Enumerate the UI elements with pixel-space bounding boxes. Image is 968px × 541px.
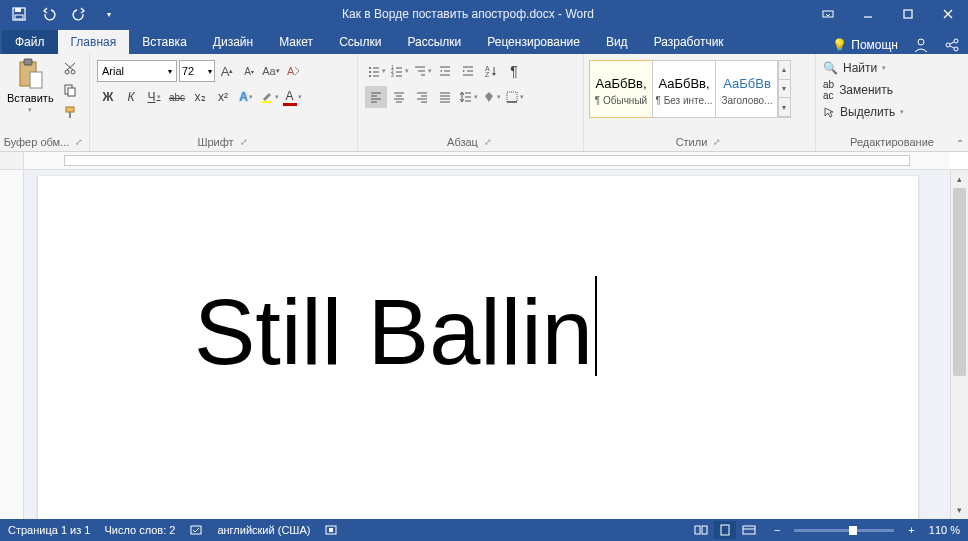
- text-cursor: [595, 276, 597, 376]
- format-painter-icon[interactable]: [60, 102, 80, 122]
- bullets-icon[interactable]: ▾: [365, 60, 387, 82]
- shading-icon[interactable]: ▾: [480, 86, 502, 108]
- borders-icon[interactable]: ▾: [503, 86, 525, 108]
- font-color-icon[interactable]: A▾: [281, 86, 303, 108]
- page-viewport[interactable]: Still Ballin: [24, 170, 950, 519]
- find-button[interactable]: 🔍Найти▾: [823, 58, 904, 78]
- group-clipboard: Вставить ▾ Буфер обм...⤢: [0, 54, 90, 151]
- ribbon-opts-icon[interactable]: [808, 2, 848, 26]
- paste-label: Вставить: [7, 92, 54, 104]
- tab-references[interactable]: Ссылки: [326, 30, 394, 54]
- align-right-icon[interactable]: [411, 86, 433, 108]
- save-icon[interactable]: [6, 2, 32, 26]
- group-editing: 🔍Найти▾ abacЗаменить Выделить▾ Редактиро…: [816, 54, 968, 151]
- highlight-icon[interactable]: ▾: [258, 86, 280, 108]
- print-layout-icon[interactable]: [714, 521, 736, 539]
- tab-insert[interactable]: Вставка: [129, 30, 200, 54]
- document-text[interactable]: Still Ballin: [194, 281, 593, 383]
- undo-icon[interactable]: [36, 2, 62, 26]
- zoom-slider[interactable]: [794, 529, 894, 532]
- numbering-icon[interactable]: 123▾: [388, 60, 410, 82]
- tab-view[interactable]: Вид: [593, 30, 641, 54]
- underline-button[interactable]: Ч▾: [143, 86, 165, 108]
- minimize-icon[interactable]: [848, 2, 888, 26]
- tell-me-label: Помощн: [851, 38, 898, 52]
- italic-button[interactable]: К: [120, 86, 142, 108]
- read-mode-icon[interactable]: [690, 521, 712, 539]
- clipboard-launcher-icon[interactable]: ⤢: [73, 135, 85, 149]
- maximize-icon[interactable]: [888, 2, 928, 26]
- paragraph-launcher-icon[interactable]: ⤢: [482, 135, 494, 149]
- svg-text:Z: Z: [485, 71, 490, 78]
- svg-text:3: 3: [391, 72, 394, 78]
- text-effects-icon[interactable]: A▾: [235, 86, 257, 108]
- tab-review[interactable]: Рецензирование: [474, 30, 593, 54]
- tab-developer[interactable]: Разработчик: [641, 30, 737, 54]
- style-heading1[interactable]: АаБбВв Заголово...: [715, 60, 779, 118]
- page-1[interactable]: Still Ballin: [38, 176, 918, 519]
- close-icon[interactable]: [928, 2, 968, 26]
- increase-indent-icon[interactable]: [457, 60, 479, 82]
- cut-icon[interactable]: [60, 58, 80, 78]
- collapse-ribbon-icon[interactable]: ⌃: [956, 138, 964, 149]
- subscript-button[interactable]: x₂: [189, 86, 211, 108]
- zoom-in-button[interactable]: +: [908, 524, 914, 536]
- group-font: Arial▾ 72▾ A▴ A▾ Aa▾ A Ж К Ч▾ abc x₂ x² …: [90, 54, 358, 151]
- change-case-icon[interactable]: Aa▾: [261, 60, 281, 82]
- tab-layout[interactable]: Макет: [266, 30, 326, 54]
- pilcrow-icon[interactable]: ¶: [503, 60, 525, 82]
- scroll-up-icon[interactable]: ▴: [951, 170, 968, 188]
- bold-button[interactable]: Ж: [97, 86, 119, 108]
- style-nospacing[interactable]: АаБбВв, ¶ Без инте...: [652, 60, 716, 118]
- qat-customize-icon[interactable]: ▾: [96, 2, 122, 26]
- replace-button[interactable]: abacЗаменить: [823, 80, 904, 100]
- tab-mailings[interactable]: Рассылки: [394, 30, 474, 54]
- clear-format-icon[interactable]: A: [283, 60, 303, 82]
- ruler-horizontal[interactable]: [0, 152, 968, 170]
- tab-design[interactable]: Дизайн: [200, 30, 266, 54]
- status-language[interactable]: английский (США): [217, 524, 310, 536]
- account-icon[interactable]: [912, 36, 930, 54]
- font-launcher-icon[interactable]: ⤢: [238, 135, 250, 149]
- vertical-scrollbar[interactable]: ▴ ▾: [950, 170, 968, 519]
- align-left-icon[interactable]: [365, 86, 387, 108]
- scroll-thumb[interactable]: [953, 188, 966, 376]
- paste-button[interactable]: Вставить ▾: [3, 56, 58, 116]
- select-button[interactable]: Выделить▾: [823, 102, 904, 122]
- status-words[interactable]: Число слов: 2: [104, 524, 175, 536]
- status-macro-icon[interactable]: [324, 523, 338, 537]
- justify-icon[interactable]: [434, 86, 456, 108]
- font-name-combo[interactable]: Arial▾: [97, 60, 177, 82]
- scroll-track[interactable]: [951, 188, 968, 501]
- shrink-font-icon[interactable]: A▾: [239, 60, 259, 82]
- scroll-down-icon[interactable]: ▾: [951, 501, 968, 519]
- web-layout-icon[interactable]: [738, 521, 760, 539]
- font-size-combo[interactable]: 72▾: [179, 60, 215, 82]
- zoom-level[interactable]: 110 %: [929, 524, 960, 536]
- ruler-h-track[interactable]: [24, 152, 950, 169]
- ruler-vertical[interactable]: [0, 170, 24, 519]
- styles-launcher-icon[interactable]: ⤢: [711, 135, 723, 149]
- decrease-indent-icon[interactable]: [434, 60, 456, 82]
- redo-icon[interactable]: [66, 2, 92, 26]
- strike-button[interactable]: abc: [166, 86, 188, 108]
- editing-group-label: Редактирование: [850, 136, 934, 148]
- style-normal[interactable]: АаБбВв, ¶ Обычный: [589, 60, 653, 118]
- superscript-button[interactable]: x²: [212, 86, 234, 108]
- share-icon[interactable]: [944, 37, 960, 53]
- styles-scroll[interactable]: ▴▾▾: [777, 60, 791, 118]
- group-styles: АаБбВв, ¶ Обычный АаБбВв, ¶ Без инте... …: [584, 54, 816, 151]
- copy-icon[interactable]: [60, 80, 80, 100]
- status-proofing-icon[interactable]: [189, 523, 203, 537]
- tab-home[interactable]: Главная: [58, 30, 130, 54]
- multilevel-icon[interactable]: ▾: [411, 60, 433, 82]
- status-page[interactable]: Страница 1 из 1: [8, 524, 90, 536]
- line-spacing-icon[interactable]: ▾: [457, 86, 479, 108]
- zoom-thumb[interactable]: [849, 526, 857, 535]
- tell-me[interactable]: 💡Помощн: [832, 38, 898, 52]
- sort-icon[interactable]: AZ: [480, 60, 502, 82]
- tab-file[interactable]: Файл: [2, 30, 58, 54]
- align-center-icon[interactable]: [388, 86, 410, 108]
- grow-font-icon[interactable]: A▴: [217, 60, 237, 82]
- zoom-out-button[interactable]: −: [774, 524, 780, 536]
